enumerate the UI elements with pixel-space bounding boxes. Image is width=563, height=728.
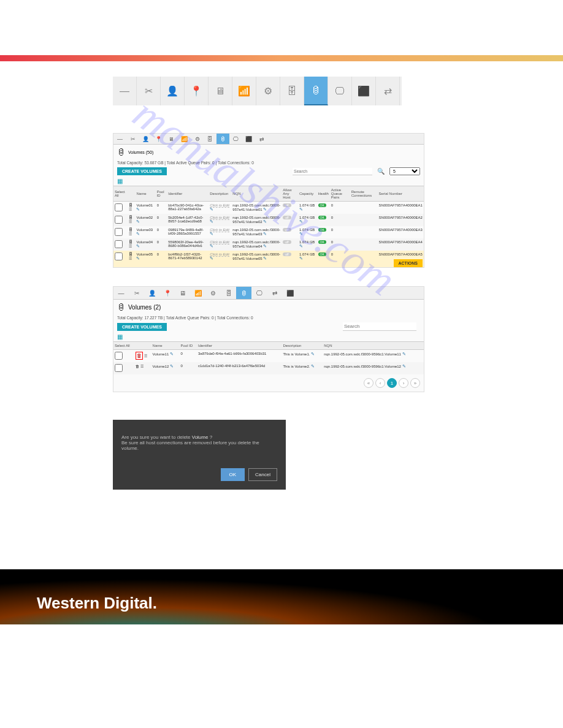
table-row[interactable]: 🗑 ☰Volume12 ✎0c1dd1a7d-1240-4f4f-b213-6a…	[113, 362, 424, 374]
edit-icon[interactable]: ✎	[210, 244, 213, 248]
table-row[interactable]: 🗄 ☰Volume02 ✎05b2054e4-1df7-42c0-8957-1c…	[113, 214, 424, 226]
tb-pin-icon[interactable]: 📍	[185, 77, 209, 105]
p2-tb-10[interactable]: ⇄	[267, 287, 282, 299]
toggle-off[interactable]: off	[283, 216, 291, 219]
p2-tb-0[interactable]: —	[113, 287, 129, 299]
p2-tb-1[interactable]: ✂	[129, 287, 144, 299]
edit-icon[interactable]: ✎	[299, 219, 303, 224]
tb-stack-icon[interactable]: 🗄	[280, 77, 304, 105]
edit-icon[interactable]: ✎	[299, 207, 303, 211]
table-row[interactable]: 🗄 ☰Volume03 ✎00989179e-9489-4a8f-bf09-28…	[113, 226, 424, 238]
edit-icon[interactable]: ✎	[210, 232, 213, 236]
toggle-off[interactable]: off	[283, 203, 291, 207]
p1-tb-4[interactable]: 🖥	[165, 134, 178, 144]
edit-icon[interactable]: ✎	[210, 207, 213, 211]
cancel-button[interactable]: Cancel	[248, 468, 277, 481]
p1-tb-3[interactable]: 📍	[152, 134, 165, 144]
row-identifier[interactable]: c1dd1a7d-1240-4f4f-b213-6a47f6e5034d	[197, 362, 282, 374]
p1-tb-6[interactable]: ⚙	[191, 134, 204, 144]
row-checkbox[interactable]	[115, 364, 123, 372]
toggle-off[interactable]: off	[283, 240, 291, 244]
edit-icon[interactable]: ✎	[210, 219, 213, 224]
p1-tb-2[interactable]: 👤	[139, 134, 152, 144]
edit-icon[interactable]: ✎	[263, 244, 267, 248]
ok-button[interactable]: OK	[221, 468, 245, 481]
grid-icon-2[interactable]: ▦	[113, 332, 424, 341]
p2-tb-8[interactable]: 🛢	[236, 287, 251, 299]
tb-signal-icon[interactable]: 📶	[232, 77, 256, 105]
actions-button[interactable]: ACTIONS	[394, 259, 423, 267]
page-size-select[interactable]: 5	[389, 167, 420, 175]
p1-tb-8[interactable]: 🛢	[216, 134, 229, 144]
edit-icon[interactable]: ✎	[170, 364, 174, 368]
table-row[interactable]: 🗑 ☰Volume11 ✎03a879da0-f94a-4a61-b99b-fa…	[113, 350, 424, 363]
row-identifier[interactable]: 0989179e-9489-4a8f-bf09-2865a3991557	[167, 226, 209, 238]
p2-tb-9[interactable]: 🖵	[251, 287, 267, 299]
p1-tb-9[interactable]: 🖵	[229, 134, 242, 144]
table-row[interactable]: 🗄 ☰Volume01 ✎0bb47bc90-041c-40ce-88a1-22…	[113, 202, 424, 214]
p1-tb-0[interactable]: —	[113, 134, 126, 144]
page-last[interactable]: »	[410, 378, 420, 388]
row-identifier[interactable]: 5598063f-20ee-4e99-8680-b086e044d4b6	[167, 238, 209, 251]
edit-icon[interactable]: ✎	[299, 256, 303, 260]
toggle-off[interactable]: off	[283, 252, 291, 256]
table-row[interactable]: 🗄 ☰Volume04 ✎05598063f-20ee-4e99-8680-b0…	[113, 238, 424, 251]
p2-tb-11[interactable]: ⬛	[282, 287, 297, 299]
create-volumes-button[interactable]: CREATE VOLUMES	[117, 167, 167, 175]
p1-tb-7[interactable]: 🗄	[204, 134, 216, 144]
tb-screen-icon[interactable]: 🖵	[328, 77, 352, 105]
edit-icon[interactable]: ✎	[311, 364, 315, 368]
row-checkbox[interactable]	[115, 228, 123, 236]
p2-tb-2[interactable]: 👤	[144, 287, 159, 299]
toggle-off[interactable]: off	[283, 228, 291, 232]
row-checkbox[interactable]	[115, 216, 123, 224]
row-checkbox[interactable]	[115, 352, 123, 360]
p2-tb-6[interactable]: ⚙	[205, 287, 221, 299]
tb-gear-icon[interactable]: ⚙	[256, 77, 280, 105]
row-identifier[interactable]: bb47bc90-041c-40ce-88a1-227ab5fa642a	[167, 202, 209, 214]
row-identifier[interactable]: 3a879da0-f94a-4a61-b99b-fa3006403b31	[197, 350, 282, 363]
page-first[interactable]: «	[364, 378, 373, 388]
p1-tb-11[interactable]: ⇄	[255, 134, 268, 144]
tb-user-icon[interactable]: 👤	[161, 77, 185, 105]
page-prev[interactable]: ‹	[375, 378, 385, 388]
edit-icon[interactable]: ✎	[263, 219, 267, 224]
tb-swap-icon[interactable]: ⇄	[376, 77, 400, 105]
tb-monitor-icon[interactable]: 🖥	[209, 77, 232, 105]
p1-tb-5[interactable]: 📶	[178, 134, 191, 144]
edit-icon[interactable]: ✎	[402, 352, 406, 356]
edit-icon[interactable]: ✎	[136, 244, 140, 248]
edit-icon[interactable]: ✎	[299, 232, 303, 236]
table-row[interactable]: 🗄 ☰Volume05 ✎0bc4ff9b2-1f37-4320-8671-47…	[113, 251, 424, 267]
tb-network-icon[interactable]: ⬛	[352, 77, 376, 105]
p2-tb-5[interactable]: 📶	[190, 287, 205, 299]
edit-icon[interactable]: ✎	[263, 207, 267, 211]
edit-icon[interactable]: ✎	[136, 256, 140, 260]
edit-icon[interactable]: ✎	[210, 256, 213, 260]
edit-icon[interactable]: ✎	[263, 256, 267, 260]
row-identifier[interactable]: bc4ff9b2-1f37-4320-8671-47eb58930142	[167, 251, 209, 267]
edit-icon[interactable]: ✎	[136, 207, 140, 211]
row-identifier[interactable]: 5b2054e4-1df7-42c0-8957-1ca62ecd9a68	[167, 214, 209, 226]
tb-tools-icon[interactable]: ✂	[137, 77, 161, 105]
page-next[interactable]: ›	[399, 378, 408, 388]
search-icon[interactable]: 🔍	[377, 168, 385, 175]
row-checkbox[interactable]	[115, 203, 123, 211]
edit-icon[interactable]: ✎	[311, 352, 315, 356]
edit-icon[interactable]: ✎	[263, 232, 267, 236]
tb-database-icon[interactable]: 🛢	[304, 77, 328, 105]
search-input-2[interactable]	[343, 322, 416, 331]
edit-icon[interactable]: ✎	[170, 352, 174, 356]
p1-tb-10[interactable]: ⬛	[242, 134, 255, 144]
search-input[interactable]	[293, 168, 372, 175]
edit-icon[interactable]: ✎	[136, 232, 140, 236]
edit-icon[interactable]: ✎	[136, 219, 140, 224]
page-1[interactable]: 1	[387, 378, 397, 388]
p2-tb-3[interactable]: 📍	[159, 287, 175, 299]
trash-icon[interactable]: 🗑	[137, 353, 142, 358]
p2-tb-4[interactable]: 🖥	[175, 287, 190, 299]
tb-item-0[interactable]: —	[113, 77, 137, 105]
grid-icon[interactable]: ▦	[113, 176, 424, 186]
edit-icon[interactable]: ✎	[402, 364, 406, 368]
row-checkbox[interactable]	[115, 240, 123, 248]
